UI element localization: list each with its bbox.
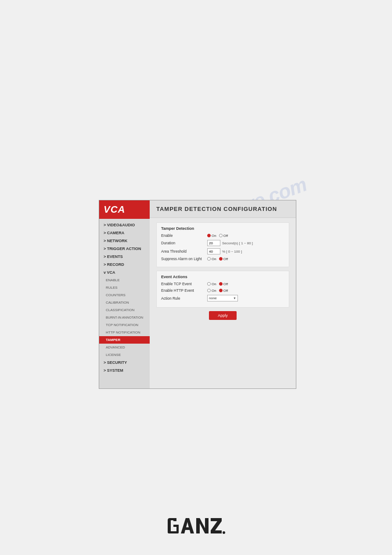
content-header: TAMPER DETECTION CONFIGURATION [150, 200, 296, 218]
vca-logo: VCA [104, 204, 145, 215]
sidebar-item-burnt-in-annotation[interactable]: BURNT-IN ANNOTATION [99, 314, 150, 321]
http-on-option[interactable]: On [207, 289, 216, 293]
enable-radio-group: On Off [207, 234, 228, 238]
suppress-off-option[interactable]: Off [219, 257, 228, 261]
tcp-on-option[interactable]: On [207, 282, 216, 286]
sidebar-item-system[interactable]: > SYSTEM [99, 366, 150, 374]
area-threshold-input[interactable] [207, 248, 220, 254]
sidebar-item-rules[interactable]: RULES [99, 284, 150, 291]
logo-area: VCA [99, 200, 150, 219]
page-wrapper: manualshere.com VCA > VIDEO&AUDIO > CAME… [0, 0, 392, 555]
http-event-row: Enable HTTP Event On Off [161, 288, 284, 293]
sidebar-item-calibration[interactable]: CALIBRATION [99, 299, 150, 306]
sidebar-item-trigger-action[interactable]: > TRIGGER ACTION [99, 245, 150, 253]
enable-row: Enable On Off [161, 233, 284, 238]
tcp-off-option[interactable]: Off [219, 282, 228, 286]
duration-label: Duration [161, 241, 207, 245]
http-on-radio[interactable] [207, 289, 211, 292]
page-title: TAMPER DETECTION CONFIGURATION [156, 206, 289, 212]
tcp-on-radio[interactable] [207, 282, 211, 286]
sidebar-item-camera[interactable]: > CAMERA [99, 229, 150, 237]
duration-input[interactable] [207, 240, 220, 246]
area-threshold-label: Area Threshold [161, 249, 207, 254]
duration-row: Duration Second(s) [ 1 ~ 80 ] [161, 240, 284, 246]
sidebar-item-video-audio[interactable]: > VIDEO&AUDIO [99, 221, 150, 229]
suppress-row: Suppress Alarm on Light On Off [161, 257, 284, 261]
enable-on-label: On [212, 234, 216, 238]
sidebar-item-network[interactable]: > NETWORK [99, 237, 150, 245]
tcp-on-label: On [212, 282, 216, 286]
sidebar-item-classification[interactable]: CLASSIFICATION [99, 306, 150, 314]
tcp-radio-group: On Off [207, 282, 228, 286]
event-actions-section: Event Actions Enable TCP Event On Off [156, 271, 289, 308]
main-content: TAMPER DETECTION CONFIGURATION Tamper De… [150, 200, 296, 388]
sidebar-item-enable[interactable]: ENABLE [99, 276, 150, 284]
enable-off-label: Off [223, 234, 228, 238]
enable-off-radio[interactable] [219, 234, 223, 237]
suppress-on-label: On [212, 257, 216, 261]
enable-on-option[interactable]: On [207, 234, 216, 238]
apply-button[interactable]: Apply [209, 311, 237, 320]
tcp-event-row: Enable TCP Event On Off [161, 282, 284, 286]
sidebar-item-http-notification[interactable]: HTTP NOTIFICATION [99, 329, 150, 336]
suppress-radio-group: On Off [207, 257, 228, 261]
content-body: Tamper Detection Enable On Off [150, 218, 296, 388]
tcp-event-label: Enable TCP Event [161, 282, 207, 286]
ganz-logo-svg [165, 516, 227, 536]
area-threshold-unit: % [ 0 ~ 100 ] [222, 250, 242, 254]
http-radio-group: On Off [207, 289, 228, 293]
ganz-logo [165, 516, 227, 537]
area-threshold-row: Area Threshold % [ 0 ~ 100 ] [161, 248, 284, 254]
sidebar-item-events[interactable]: > EVENTS [99, 253, 150, 261]
http-off-label: Off [223, 289, 228, 293]
sidebar-item-counters[interactable]: COUNTERS [99, 291, 150, 299]
dropdown-arrow-icon: ▼ [233, 297, 236, 300]
action-rule-value: none [209, 296, 217, 300]
http-on-label: On [212, 289, 216, 293]
http-off-radio[interactable] [219, 289, 223, 292]
sidebar-item-vca[interactable]: v VCA [99, 268, 150, 276]
sidebar-nav: > VIDEO&AUDIO > CAMERA > NETWORK > TRIGG… [99, 219, 150, 377]
tcp-off-label: Off [223, 282, 228, 286]
sidebar-item-record[interactable]: > RECORD [99, 261, 150, 268]
sidebar: VCA > VIDEO&AUDIO > CAMERA > NETWORK > T… [99, 200, 150, 388]
sidebar-item-advanced[interactable]: ADVANCED [99, 344, 150, 351]
suppress-off-label: Off [223, 257, 228, 261]
suppress-label: Suppress Alarm on Light [161, 257, 207, 261]
suppress-on-option[interactable]: On [207, 257, 216, 261]
action-rule-row: Action Rule none ▼ [161, 295, 284, 301]
sidebar-item-security[interactable]: > SECURITY [99, 359, 150, 366]
enable-on-radio[interactable] [207, 234, 211, 237]
ui-container: VCA > VIDEO&AUDIO > CAMERA > NETWORK > T… [99, 200, 296, 389]
sidebar-item-license[interactable]: LICENSE [99, 351, 150, 359]
tcp-off-radio[interactable] [219, 282, 223, 286]
suppress-off-radio[interactable] [219, 257, 223, 261]
action-rule-label: Action Rule [161, 296, 207, 301]
duration-unit: Second(s) [ 1 ~ 80 ] [222, 241, 253, 245]
suppress-on-radio[interactable] [207, 257, 211, 261]
sidebar-item-tcp-notification[interactable]: TCP NOTIFICATION [99, 321, 150, 329]
http-off-option[interactable]: Off [219, 289, 228, 293]
tamper-detection-title: Tamper Detection [161, 226, 284, 231]
enable-label: Enable [161, 233, 207, 238]
tamper-detection-section: Tamper Detection Enable On Off [156, 222, 289, 267]
action-rule-dropdown[interactable]: none ▼ [207, 295, 238, 301]
event-actions-title: Event Actions [161, 275, 284, 279]
enable-off-option[interactable]: Off [219, 234, 228, 238]
svg-point-0 [223, 531, 225, 534]
http-event-label: Enable HTTP Event [161, 288, 207, 293]
sidebar-item-tamper[interactable]: TAMPER [99, 336, 150, 344]
